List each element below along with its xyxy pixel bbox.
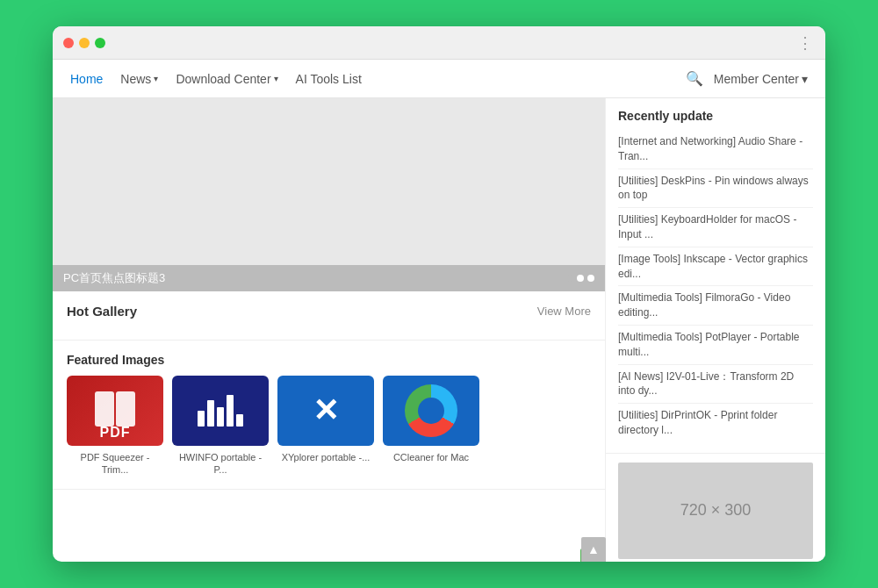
update-item-1[interactable]: [Utilities] DeskPins - Pin windows alway…	[618, 169, 813, 209]
scroll-up-button[interactable]: ▲	[581, 537, 606, 562]
featured-grid: PDF PDF Squeezer - Trim...	[67, 376, 591, 477]
featured-thumb-xy: ✕	[277, 376, 374, 446]
update-item-2[interactable]: [Utilities] KeyboardHolder for macOS - I…	[618, 208, 813, 247]
featured-label: Featured Images	[67, 353, 591, 367]
more-options-icon[interactable]: ⋮	[797, 33, 815, 53]
nav-right: 🔍 Member Center ▾	[686, 70, 808, 87]
hw-bars	[198, 395, 243, 427]
featured-item-pdf[interactable]: PDF PDF Squeezer - Trim...	[67, 376, 163, 477]
update-item-7[interactable]: [Utilities] DirPrintOK - Pprint folder d…	[618, 404, 813, 442]
nav-item-download[interactable]: Download Center ▾	[176, 72, 277, 86]
update-item-5[interactable]: [Multimedia Tools] PotPlayer - Portable …	[618, 326, 813, 365]
hwinfo-inner	[192, 390, 248, 432]
featured-item-hwinfo[interactable]: HWINFO portable - P...	[172, 376, 269, 477]
hw-bar-2	[207, 400, 214, 427]
featured-name-pdf: PDF Squeezer - Trim...	[67, 451, 163, 477]
browser-window: ⋮ Home News ▾ Download Center ▾ AI Tools…	[53, 26, 825, 562]
hot-gallery-section: Hot Gallery View More	[53, 291, 605, 341]
nav-label-ai: AI Tools List	[296, 72, 362, 86]
pdf-text: PDF	[100, 425, 131, 441]
hw-bar-4	[227, 395, 234, 427]
minimize-button[interactable]	[79, 38, 90, 48]
nav-label-news: News	[120, 72, 151, 86]
hw-bar-3	[217, 407, 224, 427]
featured-thumb-cc	[383, 376, 479, 446]
xy-inner: ✕	[313, 392, 339, 429]
cc-inner-circle	[418, 398, 444, 424]
hot-gallery-title: Hot Gallery	[67, 304, 137, 319]
cc-inner	[383, 376, 479, 446]
search-icon[interactable]: 🔍	[686, 70, 703, 87]
nav-item-home[interactable]: Home	[70, 72, 103, 86]
pdf-roll-1	[95, 391, 114, 427]
featured-section: Featured Images PDF	[53, 341, 605, 490]
title-bar: ⋮	[53, 26, 825, 60]
hero-dot-3[interactable]	[587, 275, 594, 282]
hero-dot-1[interactable]	[566, 275, 573, 282]
nav-item-ai[interactable]: AI Tools List	[296, 72, 362, 86]
nav-label-home: Home	[70, 72, 103, 86]
pdf-rolls	[95, 391, 135, 427]
content-wrapper: PC首页焦点图标题3 Hot Gallery View More Feature	[53, 98, 825, 562]
chevron-down-icon: ▾	[274, 74, 278, 83]
hero-banner: PC首页焦点图标题3	[53, 98, 605, 291]
right-sidebar: Recently update [Internet and Networking…	[606, 98, 825, 562]
nav-bar: Home News ▾ Download Center ▾ AI Tools L…	[53, 60, 825, 98]
view-more-link[interactable]: View More	[537, 305, 591, 318]
cc-circle	[405, 384, 457, 437]
featured-name-hwinfo: HWINFO portable - P...	[172, 451, 269, 477]
pdf-icon-inner: PDF	[67, 376, 163, 446]
nav-label-download: Download Center	[176, 72, 270, 86]
recently-update-title: Recently update	[618, 109, 813, 123]
hero-dot-2[interactable]	[577, 275, 584, 282]
hw-bar-1	[198, 411, 205, 427]
chevron-down-icon: ▾	[154, 74, 158, 83]
featured-thumb-hwinfo	[172, 376, 269, 446]
chevron-down-icon: ▾	[802, 72, 808, 86]
featured-name-cc: CCleaner for Mac	[393, 451, 469, 463]
featured-name-xy: XYplorer portable -...	[282, 451, 371, 463]
hot-gallery-header: Hot Gallery View More	[67, 304, 591, 319]
traffic-lights	[63, 38, 105, 48]
hero-dots	[566, 275, 594, 282]
pdf-roll-2	[116, 391, 135, 427]
featured-item-xy[interactable]: ✕ XYplorer portable -...	[277, 376, 374, 477]
update-item-3[interactable]: [Image Tools] Inkscape - Vector graphics…	[618, 247, 813, 287]
recently-update-section: Recently update [Internet and Networking…	[606, 98, 825, 454]
maximize-button[interactable]	[95, 38, 105, 48]
hw-bar-5	[236, 414, 243, 427]
nav-left: Home News ▾ Download Center ▾ AI Tools L…	[70, 72, 362, 86]
nav-item-news[interactable]: News ▾	[120, 72, 158, 86]
close-button[interactable]	[63, 38, 74, 48]
hero-label: PC首页焦点图标题3	[53, 265, 605, 291]
left-panel: PC首页焦点图标题3 Hot Gallery View More Feature	[53, 98, 606, 562]
update-item-6[interactable]: [AI News] I2V-01-Live：Transform 2D into …	[618, 365, 813, 405]
member-center-button[interactable]: Member Center ▾	[714, 72, 808, 86]
ad-banner: 720 × 300	[618, 463, 813, 559]
featured-item-cc[interactable]: CCleaner for Mac	[383, 376, 479, 477]
update-item-4[interactable]: [Multimedia Tools] FilmoraGo - Video edi…	[618, 286, 813, 326]
update-item-0[interactable]: [Internet and Networking] Audio Share - …	[618, 130, 813, 169]
hero-title: PC首页焦点图标题3	[63, 270, 165, 286]
featured-thumb-pdf: PDF	[67, 376, 163, 446]
